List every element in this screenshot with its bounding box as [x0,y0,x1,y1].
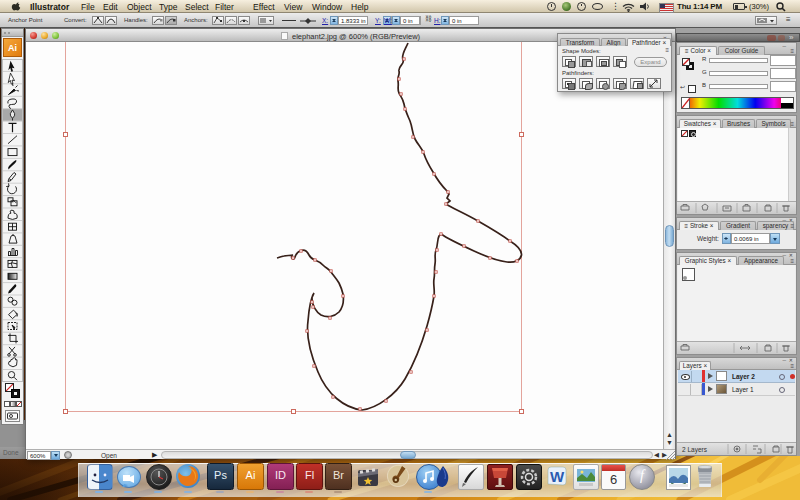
svg-text:W: W [550,468,565,485]
